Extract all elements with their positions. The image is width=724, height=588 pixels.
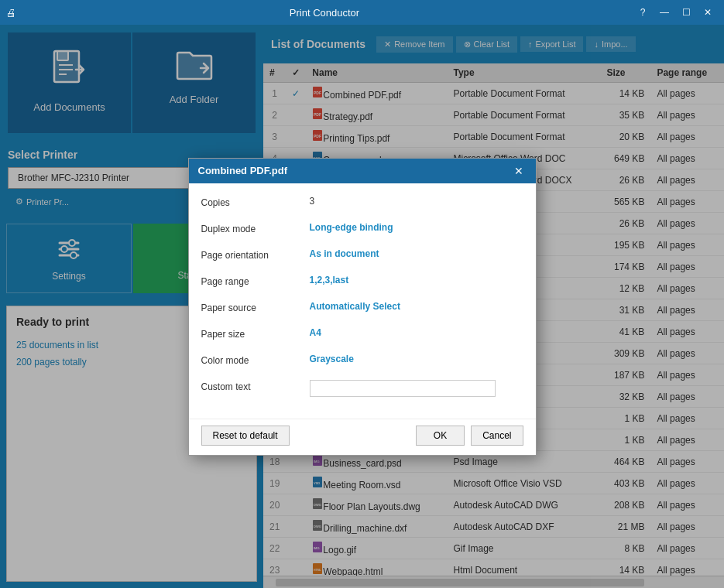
modal-field-row: Custom text [201,380,523,398]
modal-title: Combined PDF.pdf [198,165,288,176]
modal-title-bar: Combined PDF.pdf ✕ [189,159,536,183]
minimize-button[interactable]: — [654,5,674,20]
ok-button[interactable]: OK [416,426,465,446]
modal-field-label: Paper source [201,301,310,313]
modal-field-row: Paper size A4 [201,327,523,346]
title-bar-controls: ? — ☐ ✕ [633,5,718,20]
modal-field-row: Copies 3 [201,196,523,214]
modal-field-row: Page range 1,2,3,last [201,275,523,293]
modal-close-button[interactable]: ✕ [511,165,527,177]
modal-footer-right: OK Cancel [416,426,523,446]
modal-field-value: A4 [310,327,321,338]
custom-text-input[interactable] [310,380,496,397]
modal-field-label: Copies [201,196,310,208]
reset-to-default-button[interactable]: Reset to default [201,426,290,446]
modal-field-row: Color mode Grayscale [201,354,523,372]
help-button[interactable]: ? [633,5,653,20]
modal-field-value: Grayscale [310,354,354,364]
title-bar-left: 🖨 [6,7,16,19]
modal-footer: Reset to default OK Cancel [189,419,536,455]
title-bar: 🖨 Print Conductor ? — ☐ ✕ [0,0,724,25]
modal-field-value: As in document [310,248,379,259]
modal-field-label: Paper size [201,327,310,340]
modal-field-row: Paper source Automatically Select [201,301,523,320]
modal-field-label: Page range [201,275,310,287]
modal-field-value: 3 [310,196,315,207]
app-icon: 🖨 [6,7,16,19]
modal-field-row: Page orientation As in document [201,248,523,267]
modal-field-label: Page orientation [201,248,310,261]
cancel-button[interactable]: Cancel [471,426,523,446]
close-button[interactable]: ✕ [698,5,718,20]
modal-field-value: Long-edge binding [310,222,393,233]
modal-field-value: 1,2,3,last [310,275,349,285]
modal-overlay: Combined PDF.pdf ✕ Copies 3 Duplex mode … [0,25,724,588]
modal-field-row: Duplex mode Long-edge binding [201,222,523,241]
document-properties-modal: Combined PDF.pdf ✕ Copies 3 Duplex mode … [188,158,537,456]
modal-field-label: Duplex mode [201,222,310,234]
app-title: Print Conductor [16,7,633,19]
modal-field-label: Custom text [201,380,310,392]
maximize-button[interactable]: ☐ [676,5,696,20]
modal-field-value: Automatically Select [310,301,400,312]
modal-field-label: Color mode [201,354,310,366]
modal-body: Copies 3 Duplex mode Long-edge binding P… [189,183,536,419]
